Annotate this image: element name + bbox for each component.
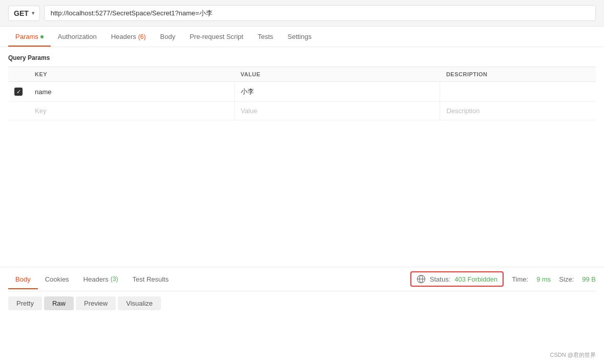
tab-test-results-label: Test Results (132, 275, 169, 283)
empty-desc-placeholder: Description (446, 107, 480, 115)
tab-params-label: Params (15, 33, 38, 40)
sub-tab-visualize[interactable]: Visualize (118, 296, 161, 310)
headers-badge: (6) (138, 33, 146, 40)
tab-cookies[interactable]: Cookies (38, 269, 76, 289)
url-input[interactable] (44, 5, 596, 21)
row-value-value: 小李 (241, 88, 254, 95)
row-check-cell[interactable]: ✓ (8, 82, 29, 102)
row-desc-cell[interactable] (440, 82, 596, 102)
tab-body[interactable]: Body (153, 27, 183, 47)
query-params-label: Query Params (8, 47, 596, 67)
method-select[interactable]: GET ▾ (8, 6, 40, 21)
empty-key-placeholder: Key (35, 107, 46, 115)
sub-tab-preview[interactable]: Preview (76, 296, 116, 310)
tab-test-results[interactable]: Test Results (125, 269, 176, 289)
tab-headers-label: Headers (111, 33, 136, 40)
tab-authorization-label: Authorization (58, 33, 97, 40)
response-meta: Status: 403 Forbidden Time: 9 ms Size: 9… (410, 267, 596, 291)
empty-value-cell[interactable]: Value (234, 102, 440, 120)
bottom-section: Body Cookies Headers (3) Test Results St… (0, 267, 604, 315)
tab-response-headers[interactable]: Headers (3) (76, 269, 126, 289)
tab-response-body[interactable]: Body (8, 269, 38, 289)
content-top: Query Params KEY VALUE DESCRIPTION ✓ nam… (0, 47, 604, 267)
sub-tab-pretty[interactable]: Pretty (8, 296, 42, 310)
status-value: 403 Forbidden (454, 275, 497, 283)
sub-tab-pretty-label: Pretty (16, 299, 34, 307)
chevron-down-icon: ▾ (32, 10, 34, 16)
time-label: Time: (512, 275, 528, 283)
col-key-header: KEY (29, 67, 234, 82)
tab-headers[interactable]: Headers (6) (104, 27, 153, 47)
size-label: Size: (559, 275, 574, 283)
response-headers-badge: (3) (111, 275, 118, 283)
status-label: Status: (430, 275, 450, 283)
size-value: 99 B (582, 275, 596, 283)
status-box: Status: 403 Forbidden (410, 271, 504, 287)
sub-tab-raw-label: Raw (52, 299, 66, 307)
col-check-header (8, 67, 29, 82)
tab-settings-label: Settings (287, 33, 311, 40)
time-value: 9 ms (536, 275, 551, 283)
row-key-value: name (35, 88, 52, 96)
tab-tests[interactable]: Tests (251, 27, 280, 47)
empty-desc-cell[interactable]: Description (440, 102, 596, 120)
row-key-cell[interactable]: name (29, 82, 234, 102)
empty-key-cell[interactable]: Key (29, 102, 234, 120)
tab-body-label: Body (160, 33, 176, 40)
params-dot (40, 35, 44, 38)
url-bar: GET ▾ (0, 0, 604, 27)
empty-row: Key Value Description (8, 102, 596, 120)
tab-prerequest[interactable]: Pre-request Script (182, 27, 251, 47)
sub-tab-visualize-label: Visualize (126, 299, 153, 307)
globe-icon (416, 274, 426, 284)
bottom-tabs-row: Body Cookies Headers (3) Test Results St… (8, 267, 596, 291)
empty-value-placeholder: Value (241, 107, 257, 115)
tab-response-headers-label: Headers (84, 275, 109, 283)
tab-settings[interactable]: Settings (280, 27, 319, 47)
tab-cookies-label: Cookies (45, 275, 69, 283)
table-row: ✓ name 小李 (8, 82, 596, 102)
tab-tests-label: Tests (258, 33, 273, 40)
col-value-header: VALUE (234, 67, 440, 82)
col-description-header: DESCRIPTION (440, 67, 596, 82)
tab-response-body-label: Body (15, 275, 31, 283)
sub-tabs: Pretty Raw Preview Visualize (8, 291, 596, 315)
params-table: KEY VALUE DESCRIPTION ✓ name 小李 (8, 67, 596, 120)
sub-tab-raw[interactable]: Raw (44, 296, 74, 310)
bottom-tabs: Body Cookies Headers (3) Test Results (8, 269, 410, 289)
tab-prerequest-label: Pre-request Script (190, 33, 243, 40)
tab-authorization[interactable]: Authorization (51, 27, 104, 47)
row-value-cell[interactable]: 小李 (234, 82, 440, 102)
method-label: GET (14, 9, 29, 17)
empty-check-cell (8, 102, 29, 120)
tab-params[interactable]: Params (8, 27, 51, 47)
top-tabs: Params Authorization Headers (6) Body Pr… (0, 27, 604, 47)
checkbox-checked-icon[interactable]: ✓ (14, 88, 23, 96)
sub-tab-preview-label: Preview (84, 299, 108, 307)
